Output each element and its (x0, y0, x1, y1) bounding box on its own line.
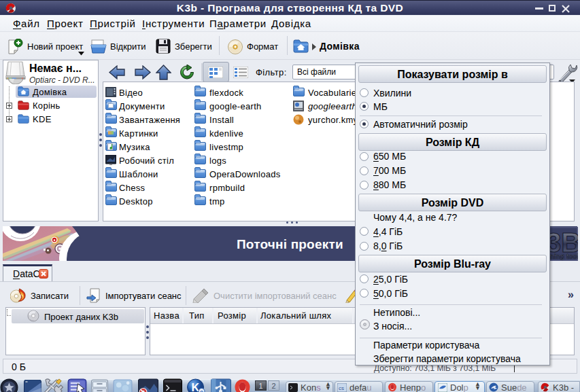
svg-text:e: e (200, 389, 203, 392)
svg-text:ning tool: ning tool (550, 253, 578, 260)
svg-text:cs: cs (339, 385, 344, 391)
